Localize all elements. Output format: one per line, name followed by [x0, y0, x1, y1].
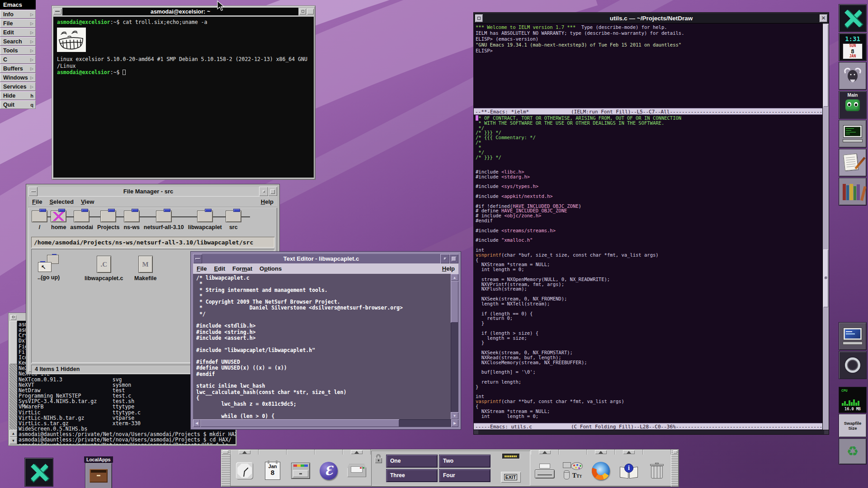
subpanel-arrow-tab[interactable]	[239, 450, 250, 454]
maximize-button[interactable]	[449, 254, 458, 263]
panel-slot-calendar[interactable]: Jan 8	[259, 450, 287, 487]
resize-bar[interactable]	[474, 430, 829, 434]
scroll-right-arrow[interactable]: ▶	[451, 419, 458, 427]
path-folder-asmodai[interactable]: asmodai	[70, 208, 93, 230]
dock-tile-editor[interactable]	[839, 149, 866, 176]
dock-tile-cpu-monitor[interactable]: CPU 16.0 MB	[839, 387, 866, 413]
dock-tile-main[interactable]: Main	[839, 91, 866, 118]
menu-view[interactable]: View	[77, 197, 98, 206]
workspace-button-two[interactable]: Two	[439, 455, 490, 467]
panel-slot-file-manager[interactable]	[287, 450, 315, 487]
calendar-icon[interactable]: Jan 8	[265, 462, 280, 480]
panel-slot-style-manager[interactable]: TTT	[559, 450, 587, 487]
menu-format[interactable]: Format	[229, 264, 256, 273]
file-manager-icon[interactable]	[292, 463, 310, 479]
menu-item-info[interactable]: Info▷	[0, 10, 36, 19]
menu-item-file[interactable]: File▷	[0, 19, 36, 28]
menu-file[interactable]: File	[193, 264, 210, 273]
menu-help[interactable]: Help	[439, 264, 458, 273]
menu-item-buffers[interactable]: Buffers▷	[0, 64, 36, 73]
emacs-icon[interactable]: Ɛ	[320, 462, 338, 480]
scroll-up-arrow[interactable]: ▲	[9, 430, 17, 437]
window-menu-button[interactable]	[28, 187, 38, 196]
scrollbar-thumb[interactable]	[823, 24, 828, 107]
file-item-Makefile[interactable]: MMakefile	[134, 256, 156, 282]
dock-tile-x11[interactable]	[839, 5, 866, 32]
workspace-button-four[interactable]: Four	[439, 469, 490, 482]
file-item-libwapcaplet.c[interactable]: .Clibwapcaplet.c	[85, 256, 123, 282]
panel-slot-printer[interactable]	[531, 450, 559, 487]
panel-minimize-button-right[interactable]	[673, 450, 677, 454]
menu-item-tools[interactable]: Tools▷	[0, 46, 36, 55]
panel-slot-clock[interactable]	[231, 450, 259, 487]
terminal-titlebar[interactable]: asmodai@excelsior: ~	[53, 7, 314, 16]
scroll-left-arrow[interactable]: ◀	[193, 419, 200, 427]
scrollbar-thumb[interactable]	[823, 249, 828, 307]
xterm-scrollbar[interactable]: ▲ ▼	[9, 321, 17, 444]
dock-tile-recycler[interactable]: ♻	[839, 439, 866, 464]
maximize-button[interactable]	[268, 187, 277, 196]
panel-left-handle[interactable]	[221, 450, 231, 487]
window-menu-button[interactable]	[193, 254, 202, 263]
menu-item-quit[interactable]: Quitq	[0, 100, 36, 109]
path-folder-Projects[interactable]: Projects	[97, 208, 119, 230]
path-folder-home[interactable]: home	[51, 208, 66, 230]
text-editor-titlebar[interactable]: Text Editor - libwapcaplet.c	[193, 254, 458, 263]
panel-slot-emacs[interactable]: Ɛ	[315, 450, 343, 487]
firefox-icon[interactable]	[592, 462, 610, 480]
printer-icon[interactable]	[535, 464, 554, 478]
vertical-scrollbar[interactable]: ▲ ▼	[451, 274, 458, 419]
subpanel-arrow-tab[interactable]	[351, 450, 363, 454]
dock-tile-swapfile[interactable]: Swapfile Size	[839, 414, 866, 437]
menu-item-c[interactable]: C▷	[0, 55, 36, 64]
panel-minimize-button[interactable]	[222, 450, 228, 454]
file-manager-titlebar[interactable]: File Manager - src	[28, 187, 277, 196]
scrollbar-thumb[interactable]	[200, 419, 399, 427]
dock-tile-terminal[interactable]	[839, 120, 866, 147]
iconify-button[interactable]	[10, 315, 16, 320]
menu-item-windows[interactable]: Windows▷	[0, 73, 36, 82]
path-folder-nsws[interactable]: ns-ws	[123, 208, 139, 230]
miniaturize-button[interactable]	[475, 14, 483, 22]
exit-button[interactable]: EXIT	[501, 472, 521, 483]
panel-right-handle[interactable]	[671, 450, 679, 487]
horizontal-scrollbar[interactable]: ◀ ▶	[193, 419, 458, 427]
dock-tile-library[interactable]	[839, 178, 866, 205]
style-manager-icon[interactable]: TTT	[563, 462, 583, 479]
text-editor-textarea[interactable]: /* libwapcaplet.c * * String internment …	[193, 274, 451, 419]
panel-slot-trash[interactable]	[643, 450, 671, 487]
clock-icon[interactable]	[236, 462, 253, 479]
terminal-maximize-button[interactable]	[299, 9, 306, 14]
dock-tile-clock[interactable]: 1:31 SUN 8 JAN	[839, 33, 866, 61]
mail-icon[interactable]	[347, 465, 366, 477]
menu-file[interactable]: File	[28, 197, 46, 206]
menu-item-search[interactable]: Search▷	[0, 37, 36, 46]
emacs-titlebar[interactable]: utils.c — ~/Projects/NetDraw ✕	[474, 13, 829, 23]
dock-tile-display[interactable]	[839, 323, 866, 350]
terminal-close-button[interactable]	[307, 9, 314, 14]
path-folder-src[interactable]: src	[226, 208, 241, 230]
scrollbar-thumb[interactable]	[451, 281, 458, 323]
trash-icon[interactable]	[651, 463, 663, 479]
workspace-button-one[interactable]: One	[387, 455, 437, 467]
subpanel-arrow-tab[interactable]	[539, 450, 551, 454]
scroll-down-arrow[interactable]: ▼	[451, 412, 458, 419]
subpanel-arrow-tab[interactable]	[623, 450, 635, 454]
path-folder-[interactable]: /	[32, 208, 47, 230]
menu-item-hide[interactable]: Hideh	[0, 91, 36, 100]
path-folder-libwapcaplet[interactable]: libwapcaplet	[188, 208, 222, 230]
menu-options[interactable]: Options	[256, 264, 285, 273]
file-item-..goup[interactable]: ↖..(go up)	[38, 255, 60, 281]
subpanel-arrow-tab[interactable]	[595, 450, 607, 454]
dock-appicon-xterm[interactable]	[25, 458, 53, 486]
panel-slot-help[interactable]: i	[615, 450, 643, 487]
dock-tile-cd[interactable]	[839, 352, 866, 379]
lock-icon[interactable]	[375, 454, 382, 463]
scroll-up-arrow[interactable]: ▲	[451, 274, 458, 281]
close-icon[interactable]: ✕	[820, 14, 827, 22]
path-input[interactable]: /home/asmodai/Projects/ns-ws/netsurf-all…	[31, 237, 274, 248]
emacs-scrollbar[interactable]	[822, 23, 829, 430]
minimize-button[interactable]	[440, 254, 449, 263]
menu-edit[interactable]: Edit	[210, 264, 229, 273]
minimize-button[interactable]	[259, 187, 268, 196]
